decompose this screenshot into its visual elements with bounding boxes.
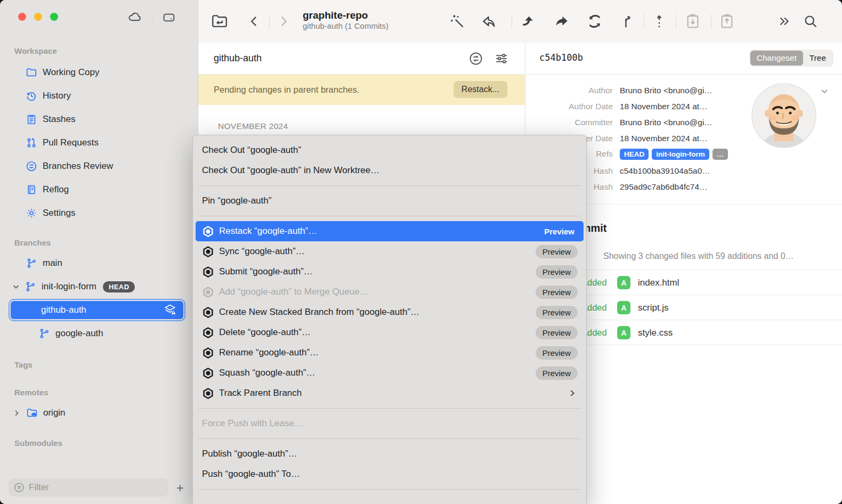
sidebar-branch-init-login-form[interactable]: init-login-form HEAD bbox=[0, 277, 209, 296]
preview-badge: Preview bbox=[536, 346, 578, 360]
tags-section-label: Tags bbox=[14, 360, 33, 369]
branch-name: google-auth bbox=[55, 328, 103, 339]
menu-item-create-stacked-branch[interactable]: Create New Stacked Branch from “google-a… bbox=[196, 302, 584, 322]
cloud-icon[interactable] bbox=[127, 10, 143, 25]
workspace-section-label: Workspace bbox=[14, 46, 57, 55]
stash-apply-icon[interactable] bbox=[718, 12, 735, 30]
menu-item-pin[interactable]: Pin “google-auth” bbox=[196, 191, 584, 211]
menu-item-submit[interactable]: Submit “google-auth”… Preview bbox=[196, 262, 584, 282]
stash-save-icon[interactable] bbox=[684, 12, 701, 30]
folder-icon bbox=[26, 67, 37, 78]
preview-badge: Preview bbox=[536, 326, 578, 339]
refs-value: HEAD init-login-form … bbox=[620, 149, 728, 160]
add-button[interactable]: + bbox=[176, 481, 184, 495]
branches-section-label: Branches bbox=[14, 238, 51, 247]
sidebar-remote-origin[interactable]: origin bbox=[0, 403, 210, 422]
hash-value: 295ad9c7ab6db4fc74… bbox=[620, 182, 708, 192]
menu-item-squash[interactable]: Squash “google-auth”… Preview bbox=[196, 363, 584, 383]
share-arrow-icon[interactable] bbox=[481, 13, 498, 30]
push-icon[interactable] bbox=[553, 13, 570, 30]
menu-item-delete[interactable]: Delete “google-auth”… Preview bbox=[196, 322, 584, 343]
pull-icon[interactable] bbox=[520, 13, 537, 30]
menu-item-push-to[interactable]: Push “google-auth” To… bbox=[196, 464, 584, 484]
sidebar-item-reflog[interactable]: Reflog bbox=[0, 180, 223, 199]
chevron-down-icon[interactable] bbox=[12, 282, 20, 291]
refs-more-button[interactable]: … bbox=[713, 149, 728, 160]
commit-list-section-header: NOVEMBER 2024 bbox=[218, 121, 288, 131]
sidebar-item-pull-requests[interactable]: Pull Requests bbox=[0, 133, 223, 152]
sidebar-item-history[interactable]: History bbox=[0, 86, 223, 105]
menu-separator bbox=[198, 216, 581, 216]
chevron-right-icon[interactable] bbox=[13, 409, 21, 417]
toolbar-divider bbox=[644, 14, 644, 28]
wand-icon[interactable] bbox=[449, 13, 466, 30]
branch-panel-title: github-auth bbox=[214, 53, 262, 64]
menu-item-checkout[interactable]: Check Out “google-auth” bbox=[196, 140, 584, 160]
stashes-icon bbox=[26, 113, 37, 125]
workspace-folder-icon[interactable] bbox=[210, 12, 229, 30]
gear-icon bbox=[26, 207, 37, 219]
menu-item-rename[interactable]: Rename “google-auth”… Preview bbox=[196, 343, 584, 363]
toolbar-divider bbox=[512, 14, 512, 28]
sidebar-branch-github-auth[interactable]: github-auth bbox=[9, 299, 185, 321]
compare-icon[interactable] bbox=[468, 51, 483, 66]
branches-review-icon bbox=[26, 160, 37, 172]
menu-item-restack[interactable]: Restack “google-auth”… Preview bbox=[196, 221, 584, 241]
restack-button[interactable]: Restack... bbox=[454, 81, 507, 98]
filter-options-icon[interactable] bbox=[494, 51, 509, 66]
sidebar-item-label: Settings bbox=[43, 208, 75, 218]
menu-item-label: Delete “google-auth”… bbox=[219, 327, 311, 338]
stack-warning-icon bbox=[163, 303, 177, 317]
branch-name: github-auth bbox=[41, 305, 86, 315]
menu-item-checkout-worktree[interactable]: Check Out “google-auth” in New Worktree… bbox=[196, 160, 584, 181]
sidebar-item-working-copy[interactable]: Working Copy bbox=[0, 63, 223, 82]
forward-icon[interactable] bbox=[277, 13, 290, 29]
file-name: index.html bbox=[638, 278, 679, 288]
reflog-icon bbox=[26, 184, 37, 196]
menu-item-label: Sync “google-auth”… bbox=[219, 246, 305, 257]
menu-item-label: Submit “google-auth”… bbox=[219, 266, 313, 277]
toolbar: graphite-repo github-auth (1 Commits) bbox=[198, 0, 842, 43]
ref-badge-branch[interactable]: init-login-form bbox=[652, 149, 709, 160]
remotes-section-label: Remotes bbox=[14, 388, 48, 397]
added-badge: A bbox=[617, 276, 630, 289]
filter-placeholder: Filter bbox=[29, 482, 49, 493]
close-button[interactable] bbox=[18, 13, 26, 21]
menu-item-publish[interactable]: Publish “google-auth”… bbox=[196, 444, 584, 464]
sidebar-branch-main[interactable]: main bbox=[0, 254, 223, 273]
added-badge: A bbox=[617, 301, 630, 314]
collapse-chevron-icon[interactable] bbox=[820, 86, 829, 96]
view-toggle: Changeset Tree bbox=[749, 50, 833, 67]
minimize-button[interactable] bbox=[34, 13, 42, 21]
zoom-button[interactable] bbox=[50, 13, 58, 21]
menu-item-sync[interactable]: Sync “google-auth”… Preview bbox=[196, 241, 584, 262]
sidebar-item-settings[interactable]: Settings bbox=[0, 204, 223, 223]
menu-item-force-push-lease[interactable]: Force Push with Lease… bbox=[196, 413, 584, 434]
history-icon bbox=[26, 90, 37, 102]
menu-item-track-parent-branch[interactable]: Track Parent Branch bbox=[196, 383, 584, 403]
commit-icon[interactable] bbox=[651, 13, 667, 30]
titlebar-divider bbox=[152, 12, 153, 26]
filter-icon bbox=[14, 482, 25, 493]
committer-date-value: 18 November 2024 at… bbox=[620, 134, 708, 143]
branch-tool-icon[interactable] bbox=[619, 13, 635, 30]
graphite-icon bbox=[202, 367, 214, 379]
file-name: script.js bbox=[638, 303, 669, 313]
app-window: Workspace Working Copy History Stashes P… bbox=[0, 0, 842, 504]
sync-icon[interactable] bbox=[586, 13, 603, 30]
sidebar-item-branches-review[interactable]: Branches Review bbox=[0, 157, 223, 176]
back-icon[interactable] bbox=[247, 13, 261, 29]
ref-badge-head[interactable]: HEAD bbox=[620, 149, 649, 160]
menu-item-add-merge-queue[interactable]: Add “google-auth” to Merge Queue… Previe… bbox=[196, 282, 584, 302]
sidebar-item-label: Working Copy bbox=[43, 67, 99, 78]
menu-item-label: Check Out “google-auth” bbox=[202, 145, 301, 156]
committer-label: Committer bbox=[525, 118, 613, 127]
repo-subtitle: github-auth (1 Commits) bbox=[303, 21, 388, 31]
sidebar-item-stashes[interactable]: Stashes bbox=[0, 110, 223, 129]
drive-icon[interactable] bbox=[161, 10, 177, 25]
changeset-tab[interactable]: Changeset bbox=[750, 51, 803, 66]
search-icon[interactable] bbox=[803, 13, 818, 29]
tree-tab[interactable]: Tree bbox=[803, 51, 832, 66]
filter-input[interactable]: Filter bbox=[9, 478, 168, 497]
overflow-icon[interactable] bbox=[776, 14, 791, 28]
